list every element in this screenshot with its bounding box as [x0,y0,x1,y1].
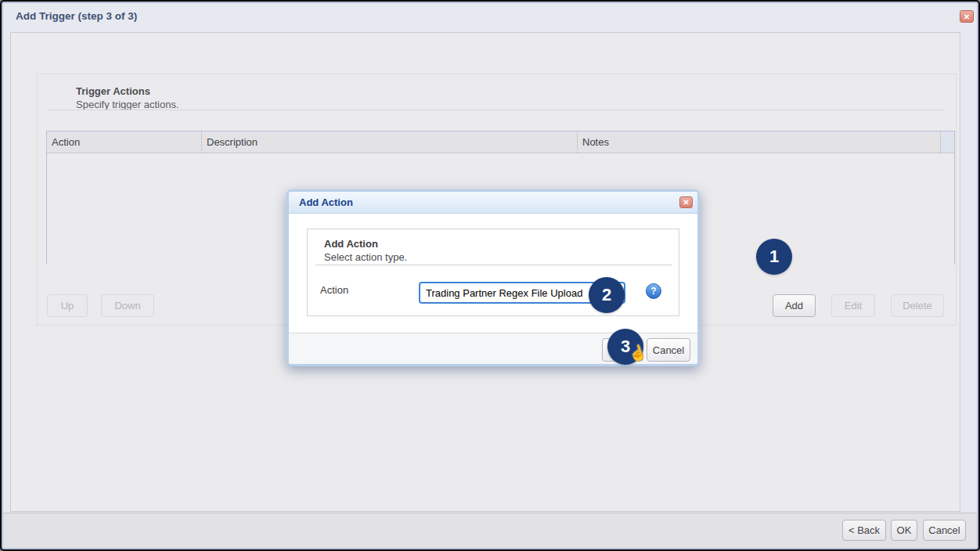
wizard-footer-bar: < Back OK Cancel [3,513,977,548]
dialog-close-icon[interactable]: ✕ [679,196,693,208]
window-close-icon[interactable]: ✕ [960,10,974,23]
column-header-notes[interactable]: Notes [578,131,941,153]
delete-button[interactable]: Delete [891,294,944,317]
dialog-body: Add Action Select action type. Action Tr… [289,214,697,333]
action-field-label: Action [320,284,348,296]
add-button[interactable]: Add [773,294,816,317]
panel-title: Add Action [324,238,378,250]
help-icon[interactable]: ? [646,283,661,299]
action-select-value: Trading Partner Regex File Upload [426,287,582,299]
up-button[interactable]: Up [47,294,88,317]
section-subtitle: Specify trigger actions. [76,99,179,110]
wizard-cancel-button[interactable]: Cancel [923,520,966,541]
select-action-panel: Add Action Select action type. Action Tr… [307,229,679,316]
column-header-description[interactable]: Description [202,131,578,153]
edit-button[interactable]: Edit [831,294,875,317]
dialog-title: Add Action [299,196,353,208]
table-header-row: Action Description Notes [47,131,954,153]
screenshot-frame: Add Trigger (step 3 of 3) ✕ Trigger Acti… [0,0,980,551]
column-header-action[interactable]: Action [47,131,202,153]
ok-button[interactable]: OK [891,520,917,541]
callout-badge-2: 2 [589,277,625,313]
dialog-titlebar: Add Action ✕ [289,192,697,214]
window-title: Add Trigger (step 3 of 3) [16,10,137,22]
panel-subtitle: Select action type. [324,251,407,263]
callout-badge-1: 1 [756,239,792,275]
column-header-spacer [941,131,954,153]
panel-divider [315,265,672,265]
add-trigger-window: Add Trigger (step 3 of 3) ✕ Trigger Acti… [2,2,978,549]
section-divider [48,110,946,110]
dialog-cancel-button[interactable]: Cancel [647,338,690,362]
section-title: Trigger Actions [76,85,150,97]
down-button[interactable]: Down [101,294,154,317]
back-button[interactable]: < Back [842,520,886,541]
